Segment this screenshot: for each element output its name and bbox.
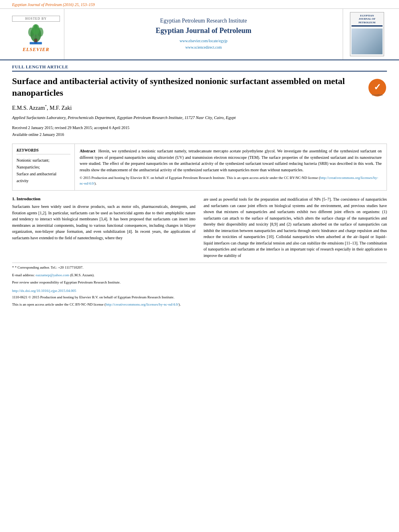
journal-header: HOSTED BY [0,8,399,60]
footer-divider [12,263,387,263]
cover-title: EGYPTIANJOURNAL OFPETROLEUM [359,14,376,24]
abstract-license-link[interactable]: http://creativecommons.org/licenses/by-n… [80,176,378,185]
elsevier-tree-icon [24,24,48,46]
author-1: E.M.S. Azzam [12,105,45,111]
left-column: 1. Introduction Surfactants have been wi… [12,196,195,259]
available-online: Available online 2 January 2016 [12,131,387,138]
authors: E.M.S. Azzam*, M.F. Zaki [12,104,387,111]
header-right: EGYPTIANJOURNAL OFPETROLEUM [343,9,387,60]
footnote-email-link[interactable]: eazzamep@yahoo.com [35,273,69,277]
section-1-right-text: are used as powerful tools for the prepa… [204,196,387,259]
doi-link[interactable]: http://dx.doi.org/10.1016/j.ejpe.2015.04… [0,287,399,294]
cover-divider [352,25,383,27]
cover-image-placeholder [352,29,383,54]
author-sep: , M.F. Zaki [47,105,72,111]
right-column: are used as powerful tools for the prepa… [204,196,387,259]
keywords-column: KEYWORDS Nonionic surfactant; Nanopartic… [12,144,75,191]
institute-name: Egyptian Petroleum Research Institute [160,18,247,24]
footer-license: This is an open access article under the… [0,301,399,308]
abstract-text: Abstract Herein, we synthesized a nonion… [80,148,382,173]
keywords-title: KEYWORDS [16,148,70,154]
footer-copyright: 1110-0621 © 2015 Production and hosting … [0,294,399,301]
keyword-1: Nonionic surfactant; [16,157,70,164]
keyword-4: activity [16,177,70,184]
journal-link-2[interactable]: www.sciencedirect.com [179,45,227,51]
footnote-star: * * Corresponding author. Tel.: +20 1117… [0,265,399,270]
header-center: Egyptian Petroleum Research Institute Eg… [64,9,343,60]
keyword-3: Surface and antibacterial [16,170,70,177]
footnote-email: E-mail address: eazzamep@yahoo.com (E.M.… [0,272,399,278]
journal-cover-image: EGYPTIANJOURNAL OFPETROLEUM [350,12,384,56]
elsevier-name: ELSEVIER [23,47,49,53]
footer-issn-text: 1110-0621 © 2015 Production and hosting … [12,295,174,299]
elsevier-logo: ELSEVIER [23,24,49,53]
svg-text:CrossMark: CrossMark [372,94,383,96]
hosted-by-label: HOSTED BY [12,16,60,22]
journal-links[interactable]: www.elsevier.com/locate/egyjp www.scienc… [179,38,227,50]
keywords-list: Nonionic surfactant; Nanoparticles; Surf… [16,157,70,184]
journal-link-1[interactable]: www.elsevier.com/locate/egyjp [179,38,227,44]
footnote-peer: Peer review under responsibility of Egyp… [0,279,399,285]
keywords-abstract-section: KEYWORDS Nonionic surfactant; Nanopartic… [12,144,387,191]
crossmark-icon: ✓ CrossMark [368,78,387,97]
abstract-license: © 2015 Production and hosting by Elsevie… [80,175,382,186]
journal-citation[interactable]: Egyptian Journal of Petroleum (2016) 25,… [0,0,399,8]
article-type-label: FULL LENGTH ARTICLE [12,60,387,72]
keyword-2: Nanoparticles; [16,164,70,170]
footnote-star-symbol: * [12,265,15,269]
doi-anchor[interactable]: http://dx.doi.org/10.1016/j.ejpe.2015.04… [12,289,76,293]
footnote-star-text: * Corresponding author. Tel.: +20 111771… [15,265,84,269]
article-title-row: Surface and antibacterial activity of sy… [12,76,387,99]
svg-text:✓: ✓ [374,82,381,92]
dates: Received 2 January 2015; revised 29 Marc… [12,124,387,138]
journal-citation-text: Egyptian Journal of Petroleum (2016) 25,… [12,2,95,7]
svg-point-6 [32,24,40,35]
abstract-column: Abstract Herein, we synthesized a nonion… [75,144,387,191]
section-1-title: 1. Introduction [12,196,195,201]
article-body: FULL LENGTH ARTICLE Surface and antibact… [0,60,399,259]
page: Egyptian Journal of Petroleum (2016) 25,… [0,0,399,532]
affiliation: Applied Surfactants Laboratory, Petroche… [12,115,387,121]
header-left: HOSTED BY [12,9,64,60]
svg-rect-8 [30,42,42,45]
journal-title: Egyptian Journal of Petroleum [156,27,251,35]
article-title: Surface and antibacterial activity of sy… [12,76,368,99]
footer-license-link[interactable]: http://creativecommons.org/licenses/by-n… [106,302,179,306]
section-1-left-text: Surfactants have been widely used in div… [12,203,195,241]
two-column-body: 1. Introduction Surfactants have been wi… [12,196,387,259]
received-date: Received 2 January 2015; revised 29 Marc… [12,124,387,131]
abstract-body: Herein, we synthesized a nonionic surfac… [80,149,382,172]
abstract-label: Abstract [80,149,95,153]
